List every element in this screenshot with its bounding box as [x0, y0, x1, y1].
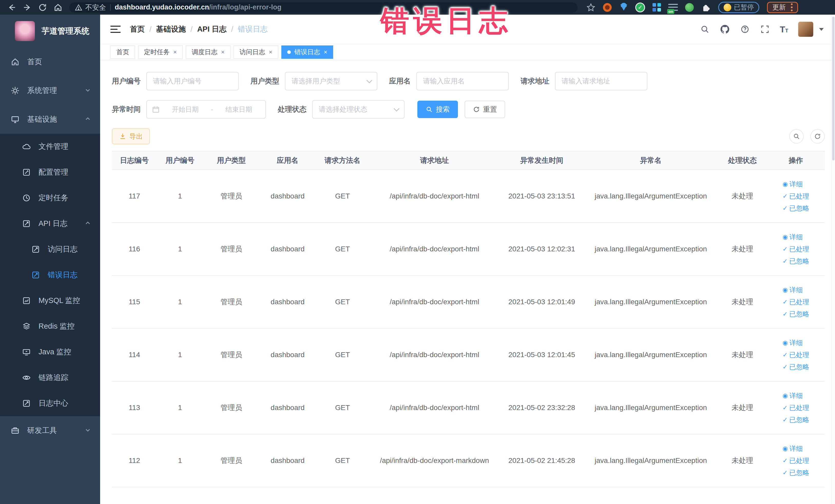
action-processed[interactable]: ✓已处理	[782, 192, 809, 201]
sidebar-item-system[interactable]: 系统管理	[0, 76, 100, 105]
check-icon: ✓	[782, 298, 788, 305]
tab-error-log[interactable]: 错误日志×	[281, 45, 333, 59]
app-name-label: 应用名	[389, 76, 411, 86]
help-icon[interactable]	[740, 24, 750, 35]
app-name-input[interactable]	[416, 72, 509, 90]
paused-extension-badge[interactable]: 已暂停	[718, 2, 759, 13]
font-size-icon[interactable]: TT	[780, 25, 788, 34]
table-cell: dashboard	[260, 170, 316, 223]
extension-check-icon[interactable]: ✓	[633, 2, 647, 13]
action-detail[interactable]: ◉详细	[782, 338, 803, 347]
tab-schedule-log[interactable]: 调度日志×	[186, 45, 230, 59]
check-icon: ✓	[782, 205, 788, 212]
error-log-table: 日志编号 用户编号 用户类型 应用名 请求方法名 请求地址 异常发生时间 异常名…	[112, 151, 825, 487]
sidebar-item-trace[interactable]: 链路追踪	[0, 365, 100, 390]
action-processed[interactable]: ✓已处理	[782, 245, 809, 254]
check-icon: ✓	[782, 245, 788, 253]
forward-icon[interactable]	[22, 2, 33, 13]
not-secure-warning-icon[interactable]	[75, 4, 82, 11]
action-detail[interactable]: ◉详细	[782, 233, 803, 242]
header-bar: 首页 / 基础设施 / API 日志 / 错误日志 TT	[100, 15, 835, 44]
action-processed[interactable]: ✓已处理	[782, 298, 809, 306]
address-bar[interactable]: 不安全 dashboard.yudao.iocoder.cn/infra/log…	[69, 2, 577, 13]
search-button[interactable]: 搜索	[418, 101, 458, 118]
table-cell: 117	[112, 170, 157, 223]
reload-icon[interactable]	[37, 2, 48, 13]
request-url-input[interactable]	[555, 72, 647, 90]
sidebar-item-redis-monitor[interactable]: Redis 监控	[0, 314, 100, 339]
action-ignored[interactable]: ✓已忽略	[782, 416, 809, 424]
breadcrumb-api-log[interactable]: API 日志	[197, 24, 226, 35]
sidebar-item-error-log[interactable]: 错误日志	[0, 262, 100, 288]
page-scrollbar[interactable]	[831, 15, 835, 504]
tab-scheduled-jobs[interactable]: 定时任务×	[138, 45, 183, 59]
exception-time-label: 异常时间	[112, 104, 141, 114]
close-icon[interactable]: ×	[221, 48, 225, 56]
github-icon[interactable]	[720, 24, 730, 35]
tab-home[interactable]: 首页	[110, 45, 135, 59]
extension-orange-icon[interactable]	[600, 2, 614, 13]
back-icon[interactable]	[6, 2, 18, 13]
close-icon[interactable]: ×	[269, 48, 272, 56]
action-ignored[interactable]: ✓已忽略	[782, 257, 809, 266]
action-detail[interactable]: ◉详细	[782, 444, 803, 453]
extension-on-icon[interactable]: on	[666, 2, 680, 13]
user-type-select[interactable]: 请选择用户类型	[285, 72, 377, 90]
avatar-caret-icon[interactable]	[819, 28, 824, 31]
action-detail[interactable]: ◉详细	[782, 285, 803, 295]
scrollbar-thumb[interactable]	[832, 17, 834, 160]
start-date-placeholder: 开始日期	[164, 105, 207, 114]
fullscreen-icon[interactable]	[760, 24, 770, 35]
breadcrumb-infra[interactable]: 基础设施	[156, 24, 186, 35]
sidebar-item-log-center[interactable]: 日志中心	[0, 390, 100, 416]
collapse-menu-icon[interactable]	[110, 26, 121, 33]
filter-row-1: 用户编号 用户类型 请选择用户类型 应用名 请求地址	[112, 72, 825, 90]
extension-pin-icon[interactable]	[617, 2, 630, 13]
action-processed[interactable]: ✓已处理	[782, 403, 809, 412]
action-ignored[interactable]: ✓已忽略	[782, 363, 809, 371]
log-icon	[31, 270, 40, 279]
update-button[interactable]: 更新	[767, 2, 798, 13]
action-ignored[interactable]: ✓已忽略	[782, 310, 809, 319]
sidebar-item-access-log[interactable]: 访问日志	[0, 237, 100, 262]
sidebar-item-file-manage[interactable]: 文件管理	[0, 134, 100, 159]
close-icon[interactable]: ×	[173, 48, 177, 56]
close-icon[interactable]: ×	[324, 48, 327, 56]
sidebar-item-mysql-monitor[interactable]: MySQL 监控	[0, 288, 100, 314]
sidebar-item-config-manage[interactable]: 配置管理	[0, 159, 100, 185]
table-cell: java.lang.IllegalArgumentException	[584, 223, 718, 276]
extensions-puzzle-icon[interactable]	[699, 2, 713, 13]
action-ignored[interactable]: ✓已忽略	[782, 468, 809, 477]
user-id-input[interactable]	[146, 72, 239, 90]
reset-button[interactable]: 重置	[465, 101, 505, 118]
refresh-button[interactable]	[810, 129, 825, 143]
tab-access-log[interactable]: 访问日志×	[233, 45, 278, 59]
sidebar-item-dev-tools[interactable]: 研发工具	[0, 416, 100, 445]
avatar[interactable]	[798, 22, 813, 37]
monitor-icon	[11, 115, 20, 124]
sidebar-item-java-monitor[interactable]: Java 监控	[0, 339, 100, 365]
extension-grid-icon[interactable]	[650, 2, 663, 13]
sidebar-item-infra[interactable]: 基础设施	[0, 105, 100, 134]
action-processed[interactable]: ✓已处理	[782, 350, 809, 360]
search-icon[interactable]	[700, 24, 710, 35]
action-ignored[interactable]: ✓已忽略	[782, 204, 809, 213]
home-icon[interactable]	[53, 2, 64, 13]
export-button[interactable]: 导出	[112, 128, 150, 144]
action-detail[interactable]: ◉详细	[782, 391, 803, 400]
app-logo-row[interactable]: 芋道管理系统	[0, 15, 100, 47]
browser-menu-icon[interactable]	[791, 3, 793, 11]
sidebar-item-scheduled-jobs[interactable]: 定时任务	[0, 185, 100, 211]
process-status-select[interactable]: 请选择处理状态	[312, 100, 405, 119]
bookmark-star-icon[interactable]	[584, 2, 597, 13]
table-cell: java.lang.IllegalArgumentException	[584, 276, 718, 328]
action-detail[interactable]: ◉详细	[782, 180, 803, 189]
sidebar-item-api-log[interactable]: API 日志	[0, 211, 100, 237]
date-range-picker[interactable]: 开始日期 - 结束日期	[146, 100, 266, 119]
toggle-search-button[interactable]	[789, 129, 804, 143]
action-processed[interactable]: ✓已处理	[782, 456, 809, 465]
extension-leaf-icon[interactable]	[683, 2, 696, 13]
table-cell: 1	[157, 328, 203, 381]
sidebar-item-home[interactable]: 首页	[0, 47, 100, 76]
breadcrumb-home[interactable]: 首页	[130, 24, 145, 35]
